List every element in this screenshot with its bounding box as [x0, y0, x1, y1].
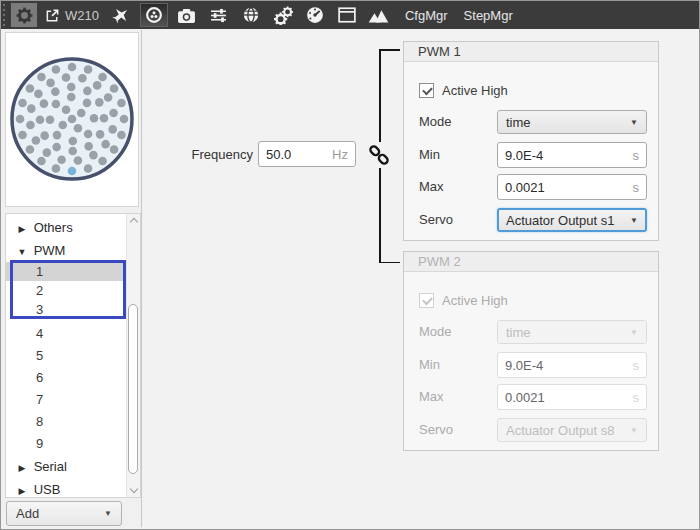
tree-item-pwm-9[interactable]: 9: [6, 433, 126, 455]
pwm2-group: PWM 2 Active High Mode time ▼ Min 9.0E-4…: [403, 251, 659, 451]
collapsed-arrow-icon: ▶: [14, 218, 30, 241]
pwm1-servo-select[interactable]: Actuator Output s1 ▼: [497, 208, 647, 232]
pwm1-max-input[interactable]: 0.0021 s: [497, 174, 647, 200]
tree-item-pwm-3[interactable]: 3: [6, 300, 126, 319]
link-chain-icon[interactable]: [366, 142, 392, 168]
app-window: W210: [0, 0, 700, 530]
collapsed-arrow-icon: ▶: [14, 480, 30, 498]
pwm1-mode-label: Mode: [419, 114, 452, 129]
airplane-icon[interactable]: [108, 3, 134, 27]
pwm2-servo-select: Actuator Output s8 ▼: [497, 418, 647, 442]
connector-preview: [5, 32, 139, 207]
link-bracket-top: [379, 49, 400, 51]
tree-item-pwm-8[interactable]: 8: [6, 411, 126, 433]
pwm2-servo-label: Servo: [419, 422, 453, 437]
pwm2-active-high-checkbox: Active High: [419, 293, 508, 308]
toolbar: W210: [1, 1, 699, 29]
pwm2-mode-select: time ▼: [497, 320, 647, 344]
pwm1-min-label: Min: [419, 147, 440, 162]
mountain-icon[interactable]: [366, 3, 392, 27]
pwm2-max-input: 0.0021 s: [497, 384, 647, 410]
window-icon[interactable]: [334, 3, 360, 27]
dropdown-arrow-icon: ▼: [104, 509, 112, 518]
pwm2-mode-label: Mode: [419, 324, 452, 339]
scrollbar-thumb[interactable]: [128, 304, 138, 474]
link-bracket-bottom: [379, 262, 400, 264]
frequency-input[interactable]: 50.0 Hz: [258, 141, 356, 167]
tree-item-pwm-5[interactable]: 5: [6, 345, 126, 367]
pwm2-max-label: Max: [419, 389, 444, 404]
tree-item-pwm-6[interactable]: 6: [6, 367, 126, 389]
main-panel: Frequency 50.0 Hz PWM 1 Active High Mod: [143, 30, 698, 528]
pwm1-mode-select[interactable]: time ▼: [497, 110, 647, 134]
pwm1-min-input[interactable]: 9.0E-4 s: [497, 142, 647, 168]
tree-node-serial[interactable]: ▶ Serial: [6, 455, 126, 478]
checkbox-checked-icon: [419, 83, 434, 98]
gauge-icon[interactable]: [302, 3, 328, 27]
toolbar-item-cfgmgr[interactable]: CfgMgr: [405, 8, 448, 23]
checkbox-checked-icon: [419, 293, 434, 308]
gears-icon[interactable]: [270, 3, 296, 27]
frequency-label: Frequency: [181, 147, 253, 162]
sliders-icon[interactable]: [206, 3, 232, 27]
globe-icon[interactable]: [238, 3, 264, 27]
pwm2-group-title: PWM 2: [404, 252, 658, 272]
tree-item-pwm-1[interactable]: 1: [6, 262, 126, 281]
device-tree: ▶ Others ▼ PWM 123456789 ▶ Serial ▶ USB: [5, 213, 141, 498]
tree-scrollbar[interactable]: [126, 214, 140, 497]
tree-item-pwm-2[interactable]: 2: [6, 281, 126, 300]
pwm1-group: PWM 1 Active High Mode time ▼ Min 9.0E-4…: [403, 41, 659, 241]
connector-icon[interactable]: [140, 3, 168, 27]
pwm1-active-high-checkbox[interactable]: Active High: [419, 83, 508, 98]
camera-icon[interactable]: [174, 3, 200, 27]
open-external-icon[interactable]: [43, 3, 61, 27]
pwm1-servo-label: Servo: [419, 212, 453, 227]
vehicle-label: W210: [65, 8, 99, 23]
dropdown-arrow-icon: ▼: [630, 216, 638, 225]
pwm1-group-title: PWM 1: [404, 42, 658, 62]
tree-node-pwm[interactable]: ▼ PWM: [6, 239, 126, 262]
pwm2-min-label: Min: [419, 357, 440, 372]
collapsed-arrow-icon: ▶: [14, 457, 30, 480]
add-button[interactable]: Add ▼: [6, 501, 122, 526]
dropdown-arrow-icon: ▼: [630, 328, 638, 337]
expanded-arrow-icon: ▼: [14, 241, 30, 264]
pwm2-min-input: 9.0E-4 s: [497, 352, 647, 378]
pwm1-max-label: Max: [419, 179, 444, 194]
dropdown-arrow-icon: ▼: [630, 118, 638, 127]
tree-node-usb[interactable]: ▶ USB: [6, 478, 126, 498]
gear-icon[interactable]: [11, 3, 37, 27]
tree-node-others[interactable]: ▶ Others: [6, 216, 126, 239]
drag-handle-icon[interactable]: [1, 4, 8, 26]
scroll-down-icon[interactable]: [130, 485, 138, 493]
tree-item-pwm-7[interactable]: 7: [6, 389, 126, 411]
tree-item-pwm-4[interactable]: 4: [6, 323, 126, 345]
scroll-up-icon[interactable]: [130, 218, 138, 226]
sidebar: ▶ Others ▼ PWM 123456789 ▶ Serial ▶ USB: [4, 30, 142, 527]
dropdown-arrow-icon: ▼: [630, 426, 638, 435]
toolbar-item-stepmgr[interactable]: StepMgr: [464, 8, 513, 23]
